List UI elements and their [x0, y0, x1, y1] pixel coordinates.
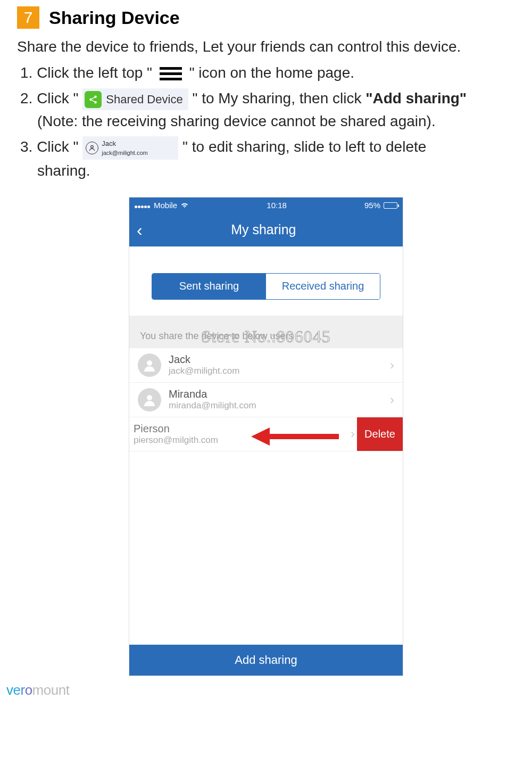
instruction-step-1: 1. Click the left top " " icon on the ho…	[20, 62, 515, 84]
user-name: Pierson	[134, 423, 351, 435]
list-section-header: You share the device to below users	[129, 316, 403, 348]
shared-device-label: Shared Device	[106, 91, 182, 108]
step-text-b: " to My sharing, then click	[192, 90, 361, 106]
svg-point-3	[91, 145, 94, 148]
user-row[interactable]: Jack jack@milight.com ›	[129, 348, 403, 383]
user-email: miranda@milight.com	[169, 400, 390, 411]
avatar-icon	[138, 353, 161, 377]
step-text: Click "	[37, 90, 78, 106]
delete-button[interactable]: Delete	[357, 417, 403, 451]
nav-bar: ‹ My sharing	[129, 213, 403, 246]
add-sharing-button[interactable]: Add sharing	[129, 645, 403, 676]
svg-point-5	[147, 395, 152, 400]
step-number-badge: 7	[17, 6, 39, 29]
chip-name: Jack	[102, 138, 147, 149]
hamburger-icon	[160, 67, 182, 80]
status-time: 10:18	[267, 201, 287, 210]
chip-email: jack@milight.com	[102, 149, 147, 158]
step-text: Click "	[37, 138, 78, 155]
chevron-right-icon: ›	[390, 358, 394, 373]
status-bar: Mobile 10:18 95%	[129, 198, 403, 213]
user-name: Jack	[169, 353, 390, 366]
phone-mockup: Mobile 10:18 95% ‹ My sharing Sent shari…	[129, 197, 403, 676]
avatar-icon	[138, 388, 161, 412]
tab-received-sharing[interactable]: Received sharing	[266, 274, 380, 299]
brand-logo: veromount	[6, 682, 69, 698]
svg-point-4	[147, 360, 152, 366]
section-header: 7 Sharing Device	[17, 6, 515, 29]
user-chip: Jack jack@milight.com	[82, 136, 178, 160]
step-text: Click the left top "	[37, 64, 152, 81]
share-icon	[85, 91, 102, 108]
step-text-bold: "Add sharing"	[365, 90, 467, 106]
user-email: jack@milight.com	[169, 366, 390, 376]
wifi-icon	[180, 201, 189, 210]
nav-title: My sharing	[132, 222, 395, 237]
step-num: 3.	[20, 138, 32, 155]
instruction-step-3: 3. Click " Jack jack@milight.com " to ed…	[20, 136, 515, 182]
step-num: 2.	[20, 90, 32, 106]
section-title: Sharing Device	[49, 7, 180, 28]
segmented-control: Sent sharing Received sharing	[152, 273, 380, 300]
shared-device-badge: Shared Device	[82, 88, 188, 110]
step-note: (Note: the receiving sharing device cann…	[37, 110, 515, 133]
user-row[interactable]: Miranda miranda@milight.com ›	[129, 383, 403, 417]
instruction-list: 1. Click the left top " " icon on the ho…	[17, 62, 515, 182]
carrier-label: Mobile	[154, 201, 177, 210]
instruction-step-2: 2. Click " Shared Device " to My sharing…	[20, 87, 515, 133]
chevron-right-icon: ›	[351, 426, 355, 441]
step-cont: sharing.	[37, 160, 515, 182]
battery-percent: 95%	[364, 201, 380, 210]
person-icon	[86, 142, 98, 154]
user-row-swiped[interactable]: Pierson pierson@milgith.com › Delete	[129, 417, 403, 451]
user-name: Miranda	[169, 388, 390, 400]
intro-text: Share the device to friends, Let your fr…	[17, 38, 515, 55]
signal-dots-icon	[135, 201, 151, 210]
user-email: pierson@milgith.com	[134, 435, 351, 446]
step-num: 1.	[20, 64, 32, 81]
tab-sent-sharing[interactable]: Sent sharing	[152, 274, 266, 299]
step-text-b: " icon on the home page.	[189, 64, 354, 81]
step-text-b: " to edit sharing, slide to left to dele…	[182, 138, 426, 155]
svg-point-1	[90, 98, 93, 101]
chevron-right-icon: ›	[390, 392, 394, 407]
battery-icon	[384, 202, 397, 209]
